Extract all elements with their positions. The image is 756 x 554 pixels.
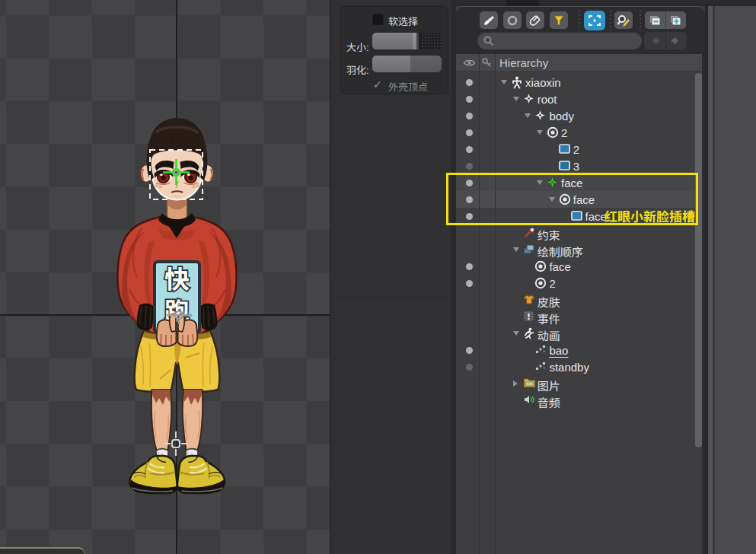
hull-vertices-checkbox[interactable]: ✓ — [373, 79, 384, 90]
toolbar-group-separator — [579, 11, 580, 30]
tree-row-label: 音频 — [537, 394, 560, 410]
next-match-button[interactable] — [670, 35, 681, 46]
tree-row-label: 2 — [549, 277, 555, 290]
skeleton-icon — [511, 76, 523, 88]
folder-icon — [523, 377, 535, 390]
visibility-dot[interactable] — [466, 180, 473, 186]
visibility-dot[interactable] — [466, 129, 473, 136]
tree-row-绘制顺序[interactable]: 绘制顺序 — [456, 241, 702, 258]
draworder-icon — [523, 244, 535, 256]
chevron-down-icon[interactable] — [513, 247, 519, 252]
size-slider[interactable] — [372, 33, 442, 49]
tree-row-动画[interactable]: 动画 — [456, 325, 702, 342]
tree-row-label: standby — [549, 361, 589, 374]
toolbar-group-separator — [610, 11, 611, 30]
visibility-dot[interactable] — [466, 263, 473, 270]
canvas-viewport[interactable]: 快 跑 — [0, 0, 330, 554]
chevron-down-icon[interactable] — [525, 113, 531, 118]
visibility-dot[interactable] — [466, 364, 473, 371]
button-pair-divider — [665, 32, 666, 49]
size-slider-track-texture — [421, 33, 442, 49]
tree-row-label: 2 — [573, 143, 579, 156]
visibility-dot[interactable] — [466, 347, 473, 354]
soft-selection-checkbox[interactable] — [372, 14, 384, 25]
bonegreen-icon — [547, 177, 559, 189]
head — [141, 118, 214, 200]
tree-row-2[interactable]: 2 — [456, 275, 702, 291]
character-artwork: 快 跑 — [0, 0, 330, 554]
chevron-down-icon[interactable] — [537, 180, 543, 185]
tree-scrollbar-thumb[interactable] — [695, 73, 702, 447]
tree-row-face[interactable]: face — [456, 174, 702, 191]
tree-row-xiaoxin[interactable]: xiaoxin — [456, 74, 702, 91]
tree-row-label: 皮肤 — [537, 294, 560, 310]
visibility-dot[interactable] — [466, 113, 473, 119]
tree-row-root[interactable]: root — [456, 91, 702, 107]
feather-slider-fill — [372, 56, 410, 72]
expand-all-button[interactable] — [669, 14, 682, 27]
link-column-icon — [481, 57, 493, 68]
chevron-down-icon[interactable] — [513, 97, 519, 101]
filter-button[interactable] — [550, 11, 568, 29]
dock-seam — [330, 297, 457, 298]
chevron-down-icon[interactable] — [537, 130, 543, 135]
tree-row-label: 绘制顺序 — [537, 244, 583, 259]
chevron-down-icon[interactable] — [513, 331, 519, 336]
shoe-right — [177, 456, 225, 493]
tree-row-bao[interactable]: bao — [456, 342, 702, 358]
visibility-dot[interactable] — [466, 146, 473, 153]
size-slider-fill — [372, 33, 413, 49]
toolbar-group-separator — [640, 11, 641, 30]
visibility-column-icon — [463, 57, 476, 68]
visibility-dot[interactable] — [466, 96, 473, 103]
tree-row-3[interactable]: 3 — [456, 158, 702, 174]
visibility-dot[interactable] — [466, 196, 473, 203]
column-divider — [495, 54, 496, 554]
tree-row-label: xiaoxin — [525, 76, 561, 89]
feather-slider-handle[interactable] — [410, 56, 442, 72]
visibility-dot[interactable] — [466, 163, 473, 170]
tool-options-column: 软选择 大小: 羽化: ✓ 外壳顶点 — [330, 0, 456, 554]
brush-tool-button[interactable] — [480, 11, 498, 29]
tree-row-standby[interactable]: standby — [456, 358, 702, 375]
hull-vertices-label: 外壳顶点 — [388, 79, 428, 94]
tree-row-音频[interactable]: 音频 — [456, 392, 702, 409]
tree-row-face[interactable]: face — [456, 258, 702, 275]
size-slider-handle[interactable] — [413, 33, 419, 49]
tree-row-事件[interactable]: 事件 — [456, 308, 702, 325]
tree-body: xiaoxinrootbody223facefaceface约束绘制顺序face… — [456, 72, 702, 554]
tree-row-皮肤[interactable]: 皮肤 — [456, 291, 702, 308]
visibility-dot[interactable] — [466, 79, 473, 86]
tree-row-图片[interactable]: 图片 — [456, 375, 702, 392]
tree-row-2[interactable]: 2 — [456, 141, 702, 158]
size-label: 大小: — [346, 40, 369, 54]
panel-tab-gap — [506, 0, 539, 6]
ring-tool-button[interactable] — [503, 11, 522, 29]
chevron-down-icon[interactable] — [501, 80, 507, 84]
feather-slider[interactable] — [372, 56, 442, 72]
tree-row-label: face — [549, 260, 570, 273]
tree-row-约束[interactable]: 约束 — [456, 224, 702, 241]
search-row — [456, 32, 705, 49]
chevron-down-icon[interactable] — [549, 197, 555, 202]
prev-match-button[interactable] — [649, 35, 661, 46]
right-panel-strip — [715, 0, 756, 554]
image-icon — [559, 143, 571, 155]
frame-selection-button[interactable] — [584, 11, 605, 30]
tree-row-label: face — [573, 193, 595, 206]
search-input[interactable] — [477, 32, 642, 49]
tree-row-face[interactable]: face — [456, 191, 702, 208]
soft-selection-label: 软选择 — [388, 14, 418, 28]
chevron-right-icon[interactable] — [513, 380, 518, 387]
slot-icon — [534, 260, 547, 272]
visibility-dot[interactable] — [466, 213, 473, 220]
tree-row-2[interactable]: 2 — [456, 124, 702, 141]
tree-row-label: face — [561, 177, 582, 189]
slot-icon — [559, 193, 571, 205]
link-tool-button[interactable] — [526, 11, 544, 29]
find-edit-button[interactable] — [614, 11, 633, 29]
tree-row-label: 动画 — [537, 327, 560, 343]
collapse-all-button[interactable] — [649, 14, 662, 27]
visibility-dot[interactable] — [466, 280, 473, 287]
tree-row-body[interactable]: body — [456, 107, 702, 124]
